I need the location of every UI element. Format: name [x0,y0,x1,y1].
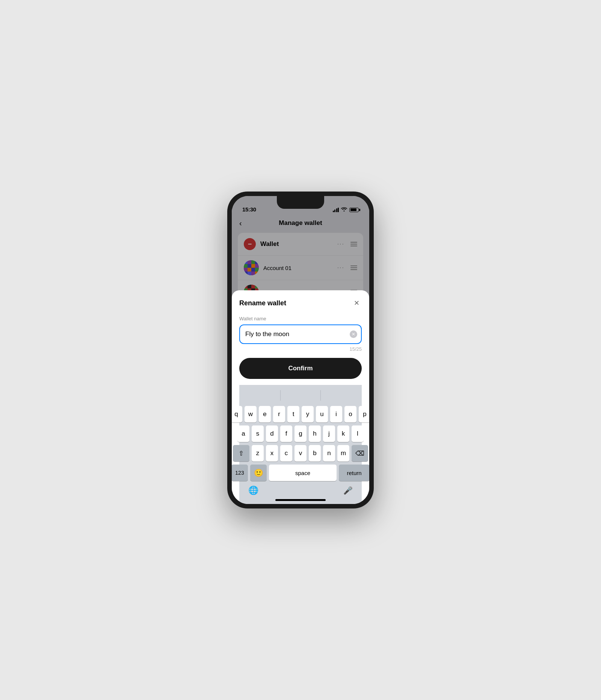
key-q[interactable]: q [232,406,242,422]
home-indicator [275,499,326,501]
emoji-key[interactable]: 🙂 [250,465,267,481]
key-h[interactable]: h [309,425,321,442]
delete-key[interactable]: ⌫ [352,445,368,462]
close-button[interactable]: ✕ [351,298,362,308]
key-a[interactable]: a [237,425,249,442]
keyboard: qwertyuiop asdfghjkl ⇧zxcvbnm⌫ 123🙂space… [239,385,362,504]
wallet-name-input[interactable] [239,324,362,344]
key-d[interactable]: d [266,425,278,442]
keyboard-suggestions [241,388,360,403]
key-o[interactable]: o [344,406,356,422]
key-m[interactable]: m [337,445,349,462]
globe-icon[interactable]: 🌐 [248,486,258,495]
key-x[interactable]: x [266,445,278,462]
key-g[interactable]: g [294,425,307,442]
rename-wallet-modal: Rename wallet ✕ Wallet name ✕ 15/25 Conf… [232,290,369,504]
key-z[interactable]: z [252,445,264,462]
input-label: Wallet name [239,316,362,321]
confirm-button[interactable]: Confirm [239,358,362,379]
input-wrapper: ✕ [239,324,362,344]
modal-title: Rename wallet [239,299,286,307]
key-j[interactable]: j [323,425,335,442]
return-key[interactable]: return [339,465,369,481]
keyboard-footer: 🌐 🎤 [241,483,360,497]
key-c[interactable]: c [280,445,292,462]
key-l[interactable]: l [352,425,364,442]
key-y[interactable]: y [302,406,314,422]
phone-frame: 15:30 [227,192,374,508]
keyboard-row-1: qwertyuiop [241,406,360,422]
key-r[interactable]: r [273,406,285,422]
numbers-key[interactable]: 123 [232,465,248,481]
phone-screen: 15:30 [232,196,369,504]
app-content: ‹ Manage wallet − Wallet ··· [232,215,369,504]
key-v[interactable]: v [294,445,307,462]
mic-icon[interactable]: 🎤 [343,486,353,495]
key-f[interactable]: f [280,425,292,442]
clear-input-button[interactable]: ✕ [350,330,357,338]
key-u[interactable]: u [316,406,328,422]
space-key[interactable]: space [269,465,337,481]
key-t[interactable]: t [287,406,299,422]
key-e[interactable]: e [259,406,271,422]
key-p[interactable]: p [359,406,369,422]
keyboard-row-2: asdfghjkl [241,425,360,442]
modal-overlay: Rename wallet ✕ Wallet name ✕ 15/25 Conf… [232,215,369,504]
key-b[interactable]: b [309,445,321,462]
keyboard-bottom-row: 123🙂spacereturn [241,465,360,481]
shift-key[interactable]: ⇧ [233,445,249,462]
modal-header: Rename wallet ✕ [239,298,362,308]
char-count: 15/25 [239,346,362,352]
keyboard-row-3: ⇧zxcvbnm⌫ [241,445,360,462]
key-i[interactable]: i [330,406,342,422]
key-n[interactable]: n [323,445,335,462]
key-w[interactable]: w [245,406,257,422]
key-k[interactable]: k [337,425,349,442]
notch [277,196,324,209]
key-s[interactable]: s [252,425,264,442]
